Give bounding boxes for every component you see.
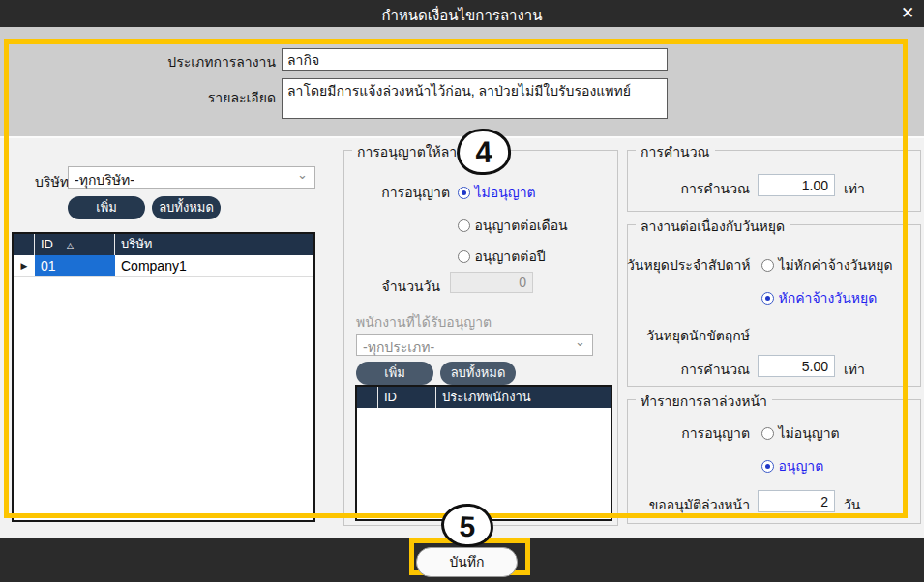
employee-table-header-type[interactable]: ประเภทพนักงาน — [436, 387, 611, 408]
company-table-header-marker — [14, 234, 35, 255]
holiday-calc-unit: เท่า — [844, 359, 865, 380]
radio-icon — [761, 259, 774, 272]
calculation-group-title: การคำนวณ — [636, 141, 715, 162]
holiday-calc-input[interactable] — [758, 355, 835, 377]
calc-unit: เท่า — [844, 178, 865, 199]
holiday-group-title: ลางานต่อเนื่องกับวันหยุด — [636, 216, 790, 237]
company-row-id[interactable]: 01 — [35, 255, 115, 276]
employee-delete-all-button[interactable]: ลบทั้งหมด — [440, 362, 516, 385]
permission-label: การอนุญาต — [353, 182, 450, 203]
radio-per-month[interactable]: อนุญาตต่อเดือน — [458, 215, 568, 236]
radio-no-deduct[interactable]: ไม่หักค่าจ้างวันหยุด — [761, 254, 893, 276]
radio-advance-not-allowed[interactable]: ไม่อนุญาต — [761, 422, 840, 444]
advance-permission-label: การอนุญาต — [639, 422, 750, 444]
advance-group-title: ทำรายการลาล่วงหน้า — [636, 391, 772, 412]
leave-type-label: ประเภทการลางาน — [164, 51, 276, 73]
employee-add-button[interactable]: เพิ่ม — [356, 362, 433, 385]
title-bar: กำหนดเงื่อนไขการลางาน ✕ — [0, 0, 924, 27]
radio-icon — [458, 219, 470, 232]
row-marker-icon: ▶ — [14, 255, 35, 276]
advance-days-label: ขออนุมัติล่วงหน้า — [627, 494, 750, 515]
radio-selected-icon — [458, 187, 470, 199]
allowed-employees-label: พนักงานที่ได้รับอนุญาต — [356, 311, 492, 333]
dialog-title: กำหนดเงื่อนไขการลางาน — [0, 4, 924, 27]
radio-not-allowed[interactable]: ไม่อนุญาต — [458, 182, 536, 203]
company-select[interactable]: -ทุกบริษัท- ⌄ — [68, 166, 315, 189]
table-row[interactable]: ▶ 01 Company1 — [14, 255, 313, 277]
employee-table-header: ID ประเภทพนักงาน — [357, 387, 611, 408]
company-label: บริษัท — [35, 171, 69, 192]
public-holiday-label: วันหยุดนักขัตฤกษ์ — [627, 325, 750, 346]
radio-advance-allowed[interactable]: อนุญาต — [761, 455, 823, 477]
permission-group-title: การอนุญาตให้ลา — [352, 141, 462, 162]
employee-table-header-marker — [357, 387, 378, 408]
detail-input[interactable] — [282, 78, 668, 119]
radio-icon — [761, 427, 774, 440]
company-select-value: -ทุกบริษัท- — [75, 172, 134, 188]
company-delete-all-button[interactable]: ลบทั้งหมด — [152, 196, 221, 219]
save-button[interactable]: บันทึก — [416, 547, 518, 577]
weekly-holiday-label: วันหยุดประจำสัปดาห์ — [627, 254, 750, 276]
radio-selected-icon — [761, 460, 774, 473]
employee-type-select[interactable]: -ทุกประเภท- ⌄ — [356, 334, 593, 356]
company-table: ID△ บริษัท ▶ 01 Company1 — [12, 232, 315, 522]
company-table-header-id[interactable]: ID△ — [35, 234, 115, 255]
chevron-down-icon: ⌄ — [575, 335, 585, 349]
company-table-header-company[interactable]: บริษัท — [115, 234, 313, 255]
radio-deduct[interactable]: หักค่าจ้างวันหยุด — [761, 287, 877, 308]
radio-per-year[interactable]: อนุญาตต่อปี — [458, 246, 546, 267]
leave-condition-dialog: กำหนดเงื่อนไขการลางาน ✕ ประเภทการลางาน ร… — [0, 0, 924, 582]
company-table-header: ID△ บริษัท — [14, 234, 313, 255]
radio-icon — [458, 250, 470, 263]
holiday-calc-label: การคำนวณ — [639, 359, 750, 380]
radio-selected-icon — [761, 292, 774, 305]
sort-asc-icon: △ — [67, 241, 74, 250]
chevron-down-icon: ⌄ — [297, 167, 308, 182]
detail-label: รายละเอียด — [164, 87, 276, 108]
days-input: 0 — [450, 272, 533, 293]
employee-type-select-value: -ทุกประเภท- — [363, 339, 434, 355]
calc-input[interactable] — [758, 174, 835, 196]
leave-type-input[interactable] — [282, 48, 668, 71]
advance-days-input[interactable] — [758, 490, 835, 512]
employee-table-header-id[interactable]: ID — [378, 387, 436, 408]
company-row-name[interactable]: Company1 — [115, 255, 313, 276]
calc-label: การคำนวณ — [639, 178, 750, 199]
close-icon[interactable]: ✕ — [897, 3, 918, 24]
advance-days-unit: วัน — [844, 494, 860, 515]
employee-type-table: ID ประเภทพนักงาน — [355, 385, 612, 521]
company-add-button[interactable]: เพิ่ม — [68, 196, 145, 219]
days-label: จำนวนวัน — [353, 276, 440, 297]
